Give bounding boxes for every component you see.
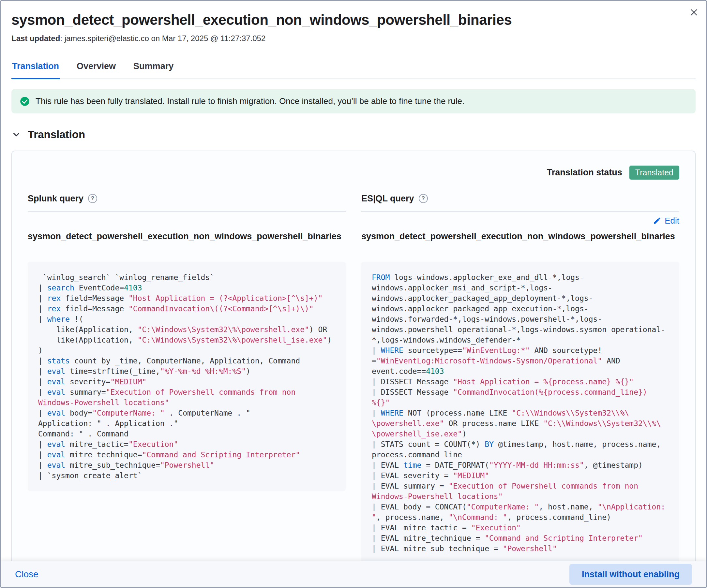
splunk-query-heading: Splunk query ? — [28, 193, 346, 204]
edit-button[interactable]: Edit — [653, 216, 679, 226]
help-icon[interactable]: ? — [88, 194, 97, 203]
esql-query-column: ES|QL query ? Edit sysmon_detect_powersh… — [361, 193, 679, 561]
page-title: sysmon_detect_powershell_execution_non_w… — [11, 12, 696, 28]
query-columns: Splunk query ? sysmon_detect_powershell_… — [28, 193, 679, 561]
tab-summary[interactable]: Summary — [133, 57, 174, 78]
esql-query-heading: ES|QL query ? — [361, 193, 679, 204]
callout-message: This rule has been fully translated. Ins… — [36, 96, 464, 106]
help-icon[interactable]: ? — [419, 194, 428, 203]
esql-rule-name: sysmon_detect_powershell_execution_non_w… — [361, 230, 679, 256]
esql-query-label: ES|QL query — [361, 194, 414, 204]
rule-migration-flyout: sysmon_detect_powershell_execution_non_w… — [0, 0, 707, 588]
splunk-query-label: Splunk query — [28, 194, 83, 204]
pencil-icon — [653, 216, 661, 225]
tab-bar: Translation Overview Summary — [11, 57, 696, 79]
translation-panel: Translation status Translated Splunk que… — [11, 150, 696, 561]
edit-row: Edit — [361, 211, 679, 230]
chevron-down-icon[interactable] — [11, 130, 21, 139]
splunk-rule-name: sysmon_detect_powershell_execution_non_w… — [28, 230, 346, 256]
last-updated: Last updated: james.spiteri@elastic.co o… — [11, 34, 696, 43]
flyout-footer: Close Install without enabling — [1, 561, 706, 587]
translation-section-title: Translation — [28, 129, 85, 141]
translation-section-header: Translation — [11, 129, 696, 141]
edit-row-spacer — [28, 211, 346, 230]
translation-status-label: Translation status — [547, 168, 622, 178]
flyout-body: sysmon_detect_powershell_execution_non_w… — [1, 1, 706, 561]
tab-translation[interactable]: Translation — [11, 57, 60, 79]
splunk-code-block: `winlog_search` `winlog_rename_fields`| … — [28, 262, 346, 491]
tab-overview[interactable]: Overview — [76, 57, 116, 78]
last-updated-label: Last updated — [11, 34, 60, 43]
close-icon[interactable] — [687, 5, 701, 20]
translation-status-row: Translation status Translated — [28, 166, 679, 180]
esql-code-block: FROM logs-windows.applocker_exe_and_dll-… — [361, 262, 679, 561]
check-circle-icon — [20, 97, 30, 106]
close-button[interactable]: Close — [15, 569, 38, 580]
install-without-enabling-button[interactable]: Install without enabling — [569, 564, 692, 585]
splunk-query-column: Splunk query ? sysmon_detect_powershell_… — [28, 193, 346, 561]
last-updated-value: : james.spiteri@elastic.co on Mar 17, 20… — [60, 34, 265, 43]
success-callout: This rule has been fully translated. Ins… — [11, 89, 696, 113]
translation-status-badge: Translated — [629, 166, 679, 180]
edit-label: Edit — [665, 216, 679, 226]
